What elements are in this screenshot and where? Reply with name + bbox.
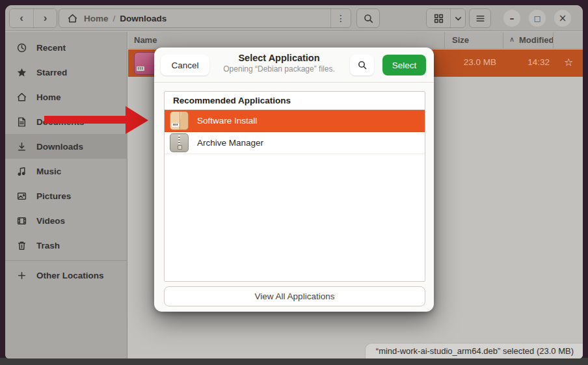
app-name: Archive Manager — [197, 138, 263, 148]
sidebar-item-home[interactable]: Home — [5, 85, 127, 109]
app-row-archive-manager[interactable]: Archive Manager — [165, 132, 425, 154]
sidebar-item-documents[interactable]: Documents — [5, 109, 127, 134]
column-header-size[interactable]: Size — [452, 35, 469, 45]
search-icon — [357, 60, 368, 70]
chevron-down-icon — [453, 13, 464, 24]
sidebar-item-label: Music — [36, 167, 61, 176]
sidebar-item-label: Downloads — [36, 142, 83, 152]
path-menu-button[interactable]: ⋮ — [330, 9, 351, 27]
header-bar: ‹ › Home / Downloads ⋮ — [5, 5, 583, 31]
nav-button-group: ‹ › — [9, 8, 57, 28]
home-icon — [67, 13, 78, 24]
maximize-icon: □ — [534, 14, 541, 23]
sidebar-item-recent[interactable]: Recent — [5, 35, 127, 60]
close-icon: × — [559, 12, 567, 24]
select-button[interactable]: Select — [382, 55, 426, 75]
main-menu-button[interactable] — [469, 8, 491, 28]
trash-icon — [16, 240, 27, 251]
app-row-software-install[interactable]: Software Install — [165, 110, 425, 132]
sidebar-item-label: Videos — [36, 216, 65, 226]
dialog-title-box: Select Application Opening “Debian packa… — [213, 53, 345, 74]
star-icon — [16, 67, 27, 78]
dialog-title: Select Application — [213, 53, 345, 63]
grid-view-button[interactable] — [427, 9, 450, 27]
status-text: “mind-work-ai-studio_arm64.deb” selected… — [376, 346, 574, 356]
column-separator — [503, 32, 503, 49]
sort-ascending-icon: ∧ — [509, 35, 514, 44]
sidebar-item-starred[interactable]: Starred — [5, 60, 127, 85]
kebab-icon: ⋮ — [336, 13, 345, 23]
file-modified-cell: 14:32 — [503, 57, 550, 67]
music-note-icon — [16, 166, 27, 177]
dialog-header: Cancel Select Application Opening “Debia… — [154, 47, 434, 83]
sidebar-item-label: Recent — [36, 43, 66, 53]
sidebar-item-label: Other Locations — [36, 271, 104, 280]
column-header-row: Name Size ∧ Modified — [128, 32, 583, 49]
hamburger-icon — [475, 13, 486, 24]
maximize-button[interactable]: □ — [529, 10, 546, 27]
cancel-button-label: Cancel — [171, 61, 198, 70]
image-icon — [16, 191, 27, 202]
sidebar-item-trash[interactable]: Trash — [5, 233, 127, 258]
breadcrumb[interactable]: Home / Downloads ⋮ — [59, 8, 351, 28]
column-separator — [553, 32, 554, 49]
view-all-applications-button[interactable]: View All Applications — [164, 286, 425, 306]
home-icon — [16, 92, 27, 103]
column-header-name[interactable]: Name — [134, 35, 157, 45]
application-list: Recommended Applications Software Instal… — [164, 91, 425, 282]
plus-icon — [16, 270, 27, 281]
sidebar-item-videos[interactable]: Videos — [5, 208, 127, 233]
sidebar-item-downloads[interactable]: Downloads — [5, 134, 127, 159]
back-button[interactable]: ‹ — [10, 9, 33, 27]
forward-button[interactable]: › — [33, 9, 57, 27]
minimize-icon: – — [510, 13, 514, 23]
section-title: Recommended Applications — [165, 92, 425, 110]
chevron-left-icon: ‹ — [20, 12, 23, 25]
download-icon — [16, 141, 27, 152]
sidebar-item-music[interactable]: Music — [5, 159, 127, 183]
column-header-modified[interactable]: Modified — [519, 35, 554, 45]
dialog-search-button[interactable] — [350, 55, 374, 75]
sidebar-separator — [5, 260, 127, 261]
search-icon — [363, 13, 374, 24]
view-options-button[interactable] — [450, 9, 465, 27]
select-button-label: Select — [392, 61, 417, 70]
sidebar-item-label: Pictures — [36, 191, 71, 201]
star-outline-icon[interactable]: ☆ — [564, 56, 573, 68]
film-icon — [16, 215, 27, 226]
breadcrumb-current[interactable]: Downloads — [120, 14, 167, 23]
cancel-button[interactable]: Cancel — [161, 55, 209, 75]
dialog-subtitle: Opening “Debian package” files. — [213, 64, 345, 74]
breadcrumb-separator: / — [113, 14, 116, 23]
zip-archive-icon — [170, 133, 189, 152]
sidebar-item-other-locations[interactable]: Other Locations — [5, 263, 127, 288]
grid-view-icon — [433, 13, 444, 24]
search-button[interactable] — [356, 8, 380, 28]
sidebar-item-label: Home — [36, 92, 61, 102]
sidebar-item-label: Starred — [36, 68, 67, 77]
breadcrumb-home[interactable]: Home — [84, 14, 109, 23]
sidebar-item-label: Trash — [36, 241, 60, 250]
view-toggle-group — [426, 8, 466, 28]
status-bar: “mind-work-ai-studio_arm64.deb” selected… — [365, 343, 583, 358]
sidebar: Recent Starred Home Documents Downloads … — [5, 32, 127, 358]
column-separator — [444, 32, 445, 49]
software-package-icon — [170, 111, 189, 130]
sidebar-item-pictures[interactable]: Pictures — [5, 183, 127, 208]
app-name: Software Install — [197, 116, 257, 126]
chevron-right-icon: › — [44, 12, 47, 25]
minimize-button[interactable]: – — [503, 10, 520, 27]
clock-icon — [16, 42, 27, 53]
file-size-cell: 23.0 MB — [444, 57, 496, 67]
select-application-dialog: Cancel Select Application Opening “Debia… — [154, 47, 434, 312]
view-all-label: View All Applications — [255, 291, 335, 301]
desktop-dock-strip — [0, 358, 588, 365]
document-icon — [16, 116, 27, 128]
close-button[interactable]: × — [554, 10, 571, 27]
sidebar-item-label: Documents — [36, 117, 85, 127]
